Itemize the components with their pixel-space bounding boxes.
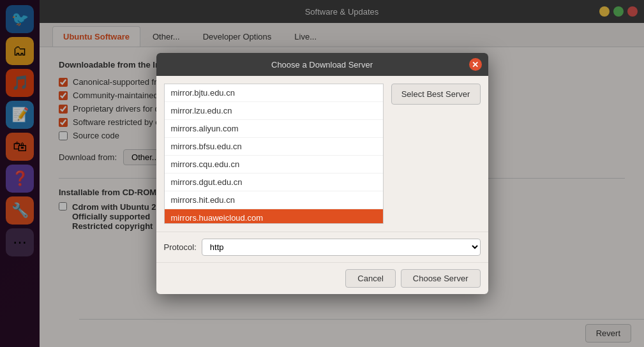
server-item-bfsu[interactable]: mirrors.bfsu.edu.cn [165, 138, 383, 156]
server-item-aliyun[interactable]: mirrors.aliyun.com [165, 120, 383, 138]
cancel-button[interactable]: Cancel [345, 269, 395, 288]
server-item-cqu[interactable]: mirrors.cqu.edu.cn [165, 156, 383, 174]
dialog-overlay: Choose a Download Server ✕ mirror.bjtu.e… [0, 0, 644, 347]
dialog-footer: Protocol: http https ftp [156, 232, 488, 262]
server-item-huawei[interactable]: mirrors.huaweicloud.com [165, 209, 383, 224]
desktop: 🐦 🗂 🎵 📝 🛍 ❓ 🔧 ⋯ Software & Updates Ubunt… [0, 0, 644, 347]
server-item-lzu[interactable]: mirror.lzu.edu.cn [165, 102, 383, 120]
server-item-bjtu[interactable]: mirror.bjtu.edu.cn [165, 84, 383, 102]
dialog-buttons: Cancel Choose Server [156, 262, 488, 294]
protocol-label: Protocol: [164, 242, 197, 252]
server-item-dgut[interactable]: mirrors.dgut.edu.cn [165, 174, 383, 191]
dialog-titlebar: Choose a Download Server ✕ [156, 53, 488, 76]
choose-server-button[interactable]: Choose Server [401, 269, 481, 288]
select-best-server-button[interactable]: Select Best Server [391, 84, 481, 105]
dialog-title: Choose a Download Server [271, 60, 373, 70]
server-item-hit[interactable]: mirrors.hit.edu.cn [165, 191, 383, 209]
server-list[interactable]: mirror.bjtu.edu.cn mirror.lzu.edu.cn mir… [164, 84, 384, 224]
protocol-select[interactable]: http https ftp [202, 239, 481, 256]
dialog-close-button[interactable]: ✕ [469, 58, 482, 71]
dialog-right-panel: Select Best Server [391, 84, 481, 224]
dialog-body: mirror.bjtu.edu.cn mirror.lzu.edu.cn mir… [156, 76, 488, 232]
dialog: Choose a Download Server ✕ mirror.bjtu.e… [156, 53, 488, 294]
